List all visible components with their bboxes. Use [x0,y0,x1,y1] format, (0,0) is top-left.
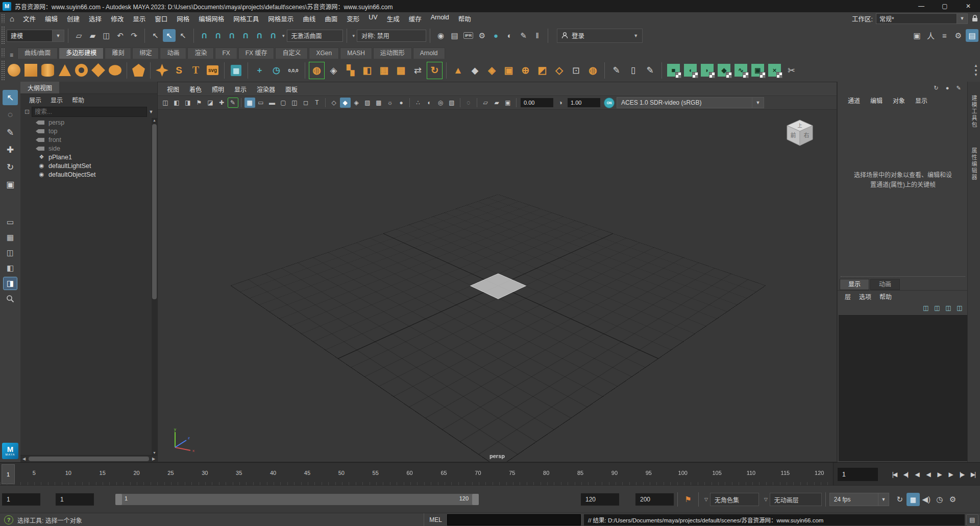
outliner-menu-帮助[interactable]: 帮助 [67,95,89,104]
exposure-field[interactable]: 0.00 [521,98,553,107]
shelf-tab-FX[interactable]: FX [215,47,237,59]
symmetry-arrow[interactable]: ▾ [353,33,355,38]
shelf-tab-Arnold[interactable]: Arnold [413,47,445,59]
viewport-panel[interactable]: 视图着色照明显示渲染器面板 ◫◧◨⚑◪✚✎▦▭▬▢◫◻T◇◆◈▨▩☼●∴◐◎▧◌… [157,82,837,462]
active-surface-field[interactable]: 无激活曲面 [287,30,343,42]
animation-preferences-icon[interactable]: ⚙ [946,493,960,506]
isolate-select-icon[interactable]: ◌ [463,98,474,108]
drag-handle[interactable] [1,14,5,23]
current-frame-marker[interactable]: 1 [2,464,15,484]
drag-handle[interactable] [1,26,5,45]
outliner-item-side[interactable]: side [20,144,157,153]
image-plane-icon[interactable]: ◪ [205,98,216,108]
symmetrize-icon[interactable]: ◍ [584,61,601,80]
menu-网格显示[interactable]: 网格显示 [263,14,298,23]
cut-uv-icon[interactable]: × [766,61,783,80]
occlusion-toggle-icon[interactable]: ∴ [413,98,424,108]
viewport-menu-视图[interactable]: 视图 [162,85,184,93]
markup-icon[interactable]: ✎ [953,83,964,93]
redo-icon[interactable]: ↷ [128,29,140,42]
sign-in-button[interactable]: 登录 ▼ [557,29,643,43]
lock-icon[interactable] [972,15,978,22]
quad-draw-icon[interactable]: ✎ [642,61,658,80]
menu-曲线[interactable]: 曲线 [298,14,320,23]
snap-to-curve-icon[interactable]: U [212,29,225,42]
animation-end-field[interactable]: 200 [635,493,674,506]
annotate-icon[interactable]: ✎ [228,98,238,108]
poly-cone-icon[interactable] [56,61,73,80]
menu-编辑网格[interactable]: 编辑网格 [194,14,229,23]
separate-icon[interactable]: ▚ [342,61,359,80]
layer-menu-帮助[interactable]: 帮助 [875,292,896,301]
color-space-selector[interactable]: ACES 1.0 SDR-video (sRGB) [617,97,752,108]
motion-blur-toggle-icon[interactable]: ◐ [424,98,435,108]
contrast-icon[interactable]: ◑ [555,98,566,108]
edge-tab-建模工具包[interactable]: 建模工具包 [970,89,978,134]
sync-render-icon[interactable]: ↻ [931,83,942,93]
step-forward-key-button[interactable]: ▶ [945,467,956,482]
make-live-icon[interactable]: U [267,29,280,42]
mel-label[interactable]: MEL [424,513,447,526]
viewport-canvas[interactable]: 上 前 右 y x z persp [158,109,837,462]
pause-viewport-icon[interactable]: ‖ [531,29,544,42]
menu-曲面[interactable]: 曲面 [320,14,342,23]
open-scene-icon[interactable]: ▰ [86,29,99,42]
hypershade-icon[interactable]: ● [489,29,502,42]
shelf-tab-绑定[interactable]: 绑定 [132,47,159,59]
anim-layer-selector[interactable]: 无动画层 [770,493,822,506]
film-gate-icon[interactable]: ▭ [256,98,266,108]
zoom-layout-button[interactable] [4,293,17,305]
light-editor-icon[interactable]: ◐ [503,29,516,42]
shelf-tab-FX 缓存[interactable]: FX 缓存 [238,47,275,59]
poly-disc-icon[interactable] [107,61,124,80]
current-time-field[interactable]: 1 [838,468,878,481]
play-forwards-button[interactable]: ▶ [934,467,945,482]
layout-four-pane[interactable]: ▦ [4,231,17,244]
channel-box-menu-对象[interactable]: 对象 [888,96,910,105]
outliner-vertical-scrollbar[interactable]: ▲ ▼ [152,118,157,455]
attribute-editor-icon[interactable]: ≡ [938,29,951,42]
go-to-end-button[interactable]: ▶| [967,467,978,482]
snap-to-view-plane-icon[interactable]: U [253,29,266,42]
menu-变形[interactable]: 变形 [342,14,364,23]
shelf-scroll[interactable]: ▲●▼ [974,63,978,77]
shelf-tab-运动图形[interactable]: 运动图形 [373,47,412,59]
poly-sphere-icon[interactable] [6,61,22,80]
shelf-tab-动画[interactable]: 动画 [160,47,186,59]
snap-to-origin-icon[interactable]: 0,0,0 [285,61,302,80]
command-result-field[interactable]: // 结果: D:/Users/Documents/maya/projects/… [584,514,965,525]
range-start-handle[interactable] [115,494,122,505]
poly-helix-icon[interactable]: S [170,61,187,80]
viewport-menu-着色[interactable]: 着色 [184,85,207,93]
select-tool[interactable]: ↖ [3,90,18,105]
field-chart-icon[interactable]: ◫ [289,98,300,108]
render-region-icon[interactable]: ▣ [503,98,513,108]
wireframe-mode-icon[interactable]: ◇ [329,98,339,108]
svg-tool-icon[interactable]: svg [204,61,221,80]
snap-more-arrow[interactable]: ▾ [282,33,285,38]
menu-网格[interactable]: 网格 [172,14,194,23]
mute-audio-icon[interactable]: ◀) [920,493,933,506]
automatic-mapping-icon[interactable]: ◆ [716,61,732,80]
platonic-solid-icon[interactable] [130,61,147,80]
gate-mask-icon[interactable]: ▢ [278,98,289,108]
safe-title-icon[interactable]: T [312,98,323,108]
poly-type-icon[interactable]: T [187,61,204,80]
layout-uv-icon[interactable]: ▣ [749,61,766,80]
step-forward-frame-button[interactable]: |▶ [956,467,967,482]
channel-box-menu-编辑[interactable]: 编辑 [865,96,888,105]
viewport-menu-照明[interactable]: 照明 [207,85,229,93]
safe-action-icon[interactable]: ◻ [301,98,311,108]
circularize-icon[interactable]: ⊕ [517,61,534,80]
cylindrical-mapping-icon[interactable]: ◖ [682,61,699,80]
menu-网格工具[interactable]: 网格工具 [229,14,263,23]
menu-文件[interactable]: 文件 [18,14,40,23]
menu-Arnold[interactable]: Arnold [426,14,454,23]
go-to-start-button[interactable]: |◀ [889,467,900,482]
material-ball-icon[interactable]: ● [942,83,953,93]
camera-attributes-icon[interactable]: ◨ [183,98,193,108]
time-slider-bookmark-icon[interactable]: ◷ [268,61,285,80]
menu-set-selector[interactable]: 建模 [7,30,53,42]
fps-selector[interactable]: 24 fps [829,493,878,506]
edge-tab-属性编辑器[interactable]: 属性编辑器 [970,141,978,187]
